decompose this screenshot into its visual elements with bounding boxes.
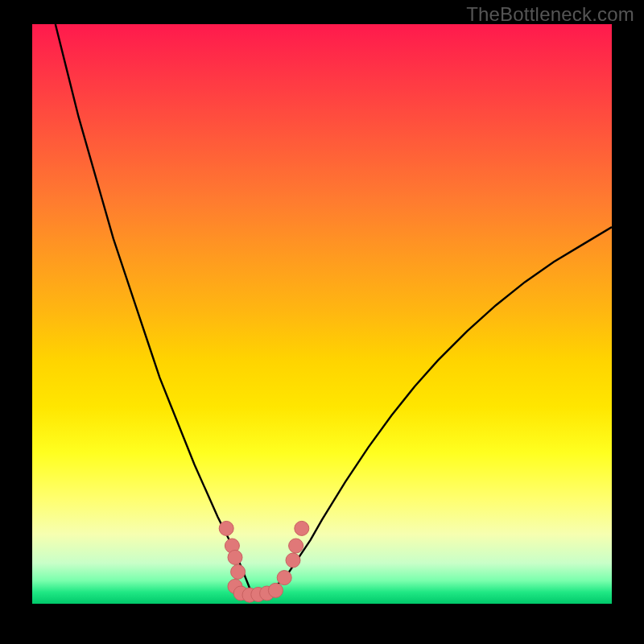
- marker-dot: [231, 564, 246, 579]
- marker-dot: [295, 521, 309, 535]
- chart-plot-area: [32, 24, 612, 604]
- marker-dot: [289, 539, 303, 553]
- curve-right: [253, 227, 612, 595]
- marker-dot: [268, 583, 283, 597]
- watermark-text: TheBottleneck.com: [466, 3, 634, 26]
- marker-dot: [228, 550, 242, 564]
- marker-group: [219, 521, 309, 602]
- chart-frame: TheBottleneck.com: [0, 0, 644, 644]
- marker-dot: [277, 571, 291, 585]
- curve-left: [56, 24, 253, 595]
- marker-dot: [286, 553, 300, 568]
- chart-svg: [32, 24, 612, 604]
- marker-dot: [219, 521, 233, 535]
